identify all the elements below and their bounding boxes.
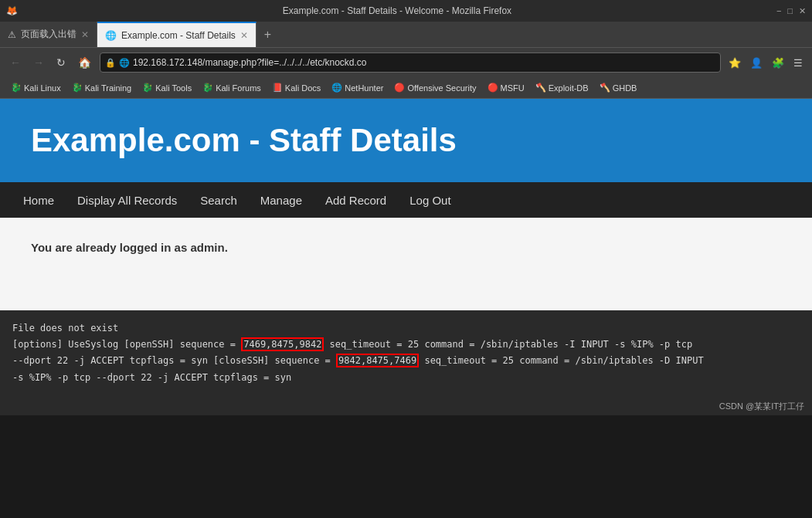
forward-button[interactable]: → — [29, 54, 48, 71]
nav-home[interactable]: Home — [23, 194, 54, 207]
tab-warning-close[interactable]: ✕ — [81, 29, 89, 40]
bookmark-exploit-db[interactable]: 🪓Exploit-DB — [531, 81, 593, 94]
page-container: Example.com - Staff Details Home Display… — [0, 99, 812, 398]
bookmark-label-ghdb: GHDB — [613, 83, 637, 93]
address-bar-wrap: 🔒 🌐 — [100, 52, 721, 73]
debug-sequence-1: 7469,8475,9842 — [241, 337, 324, 351]
address-input[interactable] — [133, 57, 715, 68]
bookmark-kali-forums[interactable]: 🐉Kali Forums — [198, 81, 266, 94]
watermark: CSDN @某某IT打工仔 — [719, 401, 804, 411]
firefox-logo: 🦊 — [6, 5, 18, 16]
nav-display-all[interactable]: Display All Records — [77, 194, 177, 207]
bookmark-icon-exploit-db: 🪓 — [535, 83, 546, 93]
bookmark-offensive-security[interactable]: 🔴Offensive Security — [389, 81, 481, 94]
tab-warning-icon: ⚠ — [8, 29, 16, 40]
bookmark-icon-kali-tools: 🐉 — [142, 83, 153, 93]
bookmark-kali-docs[interactable]: 📕Kali Docs — [267, 81, 325, 94]
reload-button[interactable]: ↻ — [53, 54, 70, 71]
bookmark-icon-ghdb: 🪓 — [600, 83, 610, 93]
back-button[interactable]: ← — [6, 54, 25, 71]
sync-button[interactable]: 👤 — [747, 55, 766, 71]
bookmark-label-kali-linux: Kali Linux — [24, 83, 61, 93]
bookmark-label-kali-tools: Kali Tools — [155, 83, 192, 93]
tab-warning-label: 页面载入出错 — [21, 28, 76, 41]
bookmark-kali-linux[interactable]: 🐉Kali Linux — [6, 81, 66, 94]
bookmark-icon-offensive-security: 🔴 — [394, 83, 405, 93]
close-btn[interactable]: ✕ — [799, 6, 806, 16]
bottom-bar: CSDN @某某IT打工仔 — [0, 398, 812, 415]
bookmark-label-offensive-security: Offensive Security — [407, 83, 476, 93]
title-bar-title: Example.com - Staff Details - Welcome - … — [18, 5, 776, 16]
bookmark-msfu[interactable]: 🔴MSFU — [483, 81, 529, 94]
menu-button[interactable]: ☰ — [790, 55, 806, 71]
debug-panel: File does not exist [options] UseSyslog … — [0, 310, 812, 398]
logged-in-message: You are already logged in as admin. — [31, 241, 781, 254]
bookmark-icon-kali-training: 🐉 — [72, 83, 83, 93]
bookmarks-bar: 🐉Kali Linux🐉Kali Training🐉Kali Tools🐉Kal… — [0, 77, 812, 99]
site-header: Example.com - Staff Details — [0, 99, 812, 182]
debug-line3-mid: seq_timeout = 25 command = /sbin/iptable… — [419, 355, 703, 366]
main-content: You are already logged in as admin. — [0, 218, 812, 310]
nav-add-record[interactable]: Add Record — [325, 194, 386, 207]
bookmark-label-exploit-db: Exploit-DB — [549, 83, 589, 93]
tab-main-label: Example.com - Staff Details — [121, 30, 236, 41]
bookmark-kali-training[interactable]: 🐉Kali Training — [67, 81, 137, 94]
bookmark-icon-kali-linux: 🐉 — [11, 83, 22, 93]
debug-line2-mid: seq_timeout = 25 command = /sbin/iptable… — [324, 339, 692, 350]
maximize-btn[interactable]: □ — [787, 6, 793, 16]
bookmark-label-msfu: MSFU — [501, 83, 525, 93]
extensions-button[interactable]: 🧩 — [769, 55, 787, 71]
debug-line2-prefix: [options] UseSyslog [openSSH] sequence = — [12, 339, 241, 350]
bookmark-nethunter[interactable]: 🌐NetHunter — [327, 81, 388, 94]
debug-sequence-2: 9842,8475,7469 — [336, 354, 419, 367]
nav-icons: ⭐ 👤 🧩 ☰ — [725, 55, 806, 71]
debug-line-1: File does not exist — [12, 321, 800, 336]
nav-logout[interactable]: Log Out — [409, 194, 450, 207]
debug-line-3: --dport 22 -j ACCEPT tcpflags = syn [clo… — [12, 354, 800, 368]
bookmark-ghdb[interactable]: 🪓GHDB — [595, 81, 642, 94]
tab-warning[interactable]: ⚠ 页面载入出错 ✕ — [0, 22, 97, 47]
bookmark-label-nethunter: NetHunter — [345, 83, 383, 93]
title-bar: 🦊 Example.com - Staff Details - Welcome … — [0, 0, 812, 22]
tab-main[interactable]: 🌐 Example.com - Staff Details ✕ — [97, 22, 257, 47]
site-nav: Home Display All Records Search Manage A… — [0, 182, 812, 218]
title-bar-controls[interactable]: − □ ✕ — [776, 6, 806, 16]
nav-search[interactable]: Search — [200, 194, 237, 207]
bookmark-label-kali-docs: Kali Docs — [285, 83, 321, 93]
debug-line-2: [options] UseSyslog [openSSH] sequence =… — [12, 337, 800, 352]
bookmark-icon-nethunter: 🌐 — [331, 83, 342, 93]
debug-line3-prefix: --dport 22 -j ACCEPT tcpflags = syn [clo… — [12, 355, 336, 366]
nav-manage[interactable]: Manage — [260, 194, 302, 207]
minimize-btn[interactable]: − — [776, 6, 781, 16]
home-button[interactable]: 🏠 — [74, 54, 95, 71]
new-tab-button[interactable]: + — [257, 22, 279, 47]
tab-bar: ⚠ 页面载入出错 ✕ 🌐 Example.com - Staff Details… — [0, 22, 812, 48]
tab-main-close[interactable]: ✕ — [240, 30, 248, 41]
nav-bar: ← → ↻ 🏠 🔒 🌐 ⭐ 👤 🧩 ☰ — [0, 48, 812, 77]
bookmark-icon-kali-docs: 📕 — [272, 83, 283, 93]
tab-main-favicon: 🌐 — [105, 30, 117, 41]
debug-line-4: -s %IP% -p tcp --dport 22 -j ACCEPT tcpf… — [12, 371, 800, 385]
bookmark-icon-msfu: 🔴 — [488, 83, 498, 93]
bookmark-kali-tools[interactable]: 🐉Kali Tools — [138, 81, 196, 94]
bookmark-label-kali-training: Kali Training — [85, 83, 132, 93]
security-icon: 🔒 — [105, 58, 116, 68]
bookmarks-button[interactable]: ⭐ — [725, 55, 744, 71]
site-favicon: 🌐 — [119, 58, 130, 68]
title-bar-left: 🦊 — [6, 5, 18, 16]
bookmark-icon-kali-forums: 🐉 — [202, 83, 213, 93]
bookmark-label-kali-forums: Kali Forums — [216, 83, 261, 93]
site-title: Example.com - Staff Details — [31, 122, 781, 159]
